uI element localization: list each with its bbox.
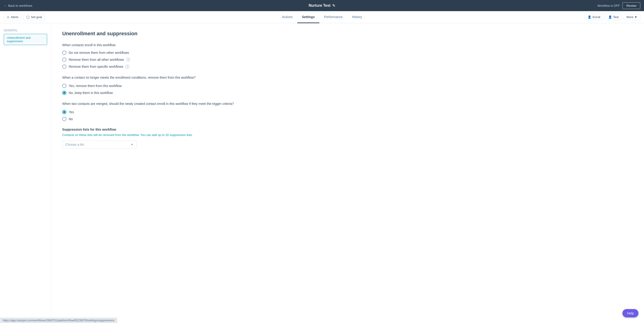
workflow-title-container: Nurture Test ✎ [309, 3, 336, 8]
second-nav-left: ⚠ Alerts ◯ Set goal [4, 14, 45, 20]
help-button[interactable]: Help [622, 309, 638, 318]
suppression-title: Suppression lists for this workflow [62, 128, 249, 131]
radio-no-keep-input[interactable] [62, 91, 66, 95]
radio-yes-remove-label: Yes, remove them from this workflow [69, 84, 122, 88]
edit-title-icon[interactable]: ✎ [332, 3, 335, 8]
enroll-icon: 👤 [588, 15, 591, 19]
radio-yes-merged-label: Yes [69, 110, 74, 114]
radio-no-keep-label: No, keep them in this workflow [69, 91, 113, 95]
chevron-down-icon: ▼ [131, 143, 134, 146]
sidebar-section-label: General [4, 29, 47, 32]
tab-performance[interactable]: Performance [320, 11, 347, 23]
status-bar: https://app.hubspot.com/workflows/266075… [0, 318, 117, 323]
tab-history-label: History [352, 15, 362, 19]
back-arrow-icon: ← [4, 4, 7, 7]
radio-remove-specific-label: Remove them from specific workflows [69, 65, 123, 68]
set-goal-button[interactable]: ◯ Set goal [23, 14, 45, 20]
sidebar-item-unenrollment[interactable]: Unenrollment and suppression [4, 34, 47, 45]
radio-yes-remove[interactable]: Yes, remove them from this workflow [62, 84, 249, 88]
test-label: Test [613, 15, 619, 19]
more-button[interactable]: More ▼ [624, 14, 640, 20]
alerts-button[interactable]: ⚠ Alerts [4, 14, 21, 20]
sidebar: General Unenrollment and suppression [0, 23, 51, 323]
tab-history[interactable]: History [347, 11, 367, 23]
test-button[interactable]: 👤 Test [605, 14, 622, 20]
page-title: Unenrollment and suppression [62, 31, 249, 37]
radio-group-merged: Yes No [62, 110, 249, 121]
test-icon: 👤 [608, 15, 612, 19]
tab-actions[interactable]: Actions [278, 11, 298, 23]
radio-do-not-remove-input[interactable] [62, 50, 66, 55]
tab-settings[interactable]: Settings [297, 11, 319, 23]
radio-no-merged-label: No [69, 117, 73, 121]
radio-remove-all[interactable]: Remove them from all other workflows i [62, 57, 249, 62]
tabs-container: Actions Settings Performance History [278, 11, 367, 23]
set-goal-label: Set goal [31, 15, 42, 19]
radio-group-unenrollment: Yes, remove them from this workflow No, … [62, 84, 249, 95]
radio-do-not-remove[interactable]: Do not remove them from other workflows [62, 50, 249, 55]
radio-no-merged[interactable]: No [62, 117, 249, 121]
main-content: General Unenrollment and suppression Une… [0, 23, 644, 323]
more-label: More [626, 15, 634, 19]
choose-list-placeholder: Choose a list [65, 143, 84, 146]
review-button[interactable]: Review [622, 2, 640, 9]
section1-label: When contacts enroll in this workflow [62, 43, 249, 47]
chevron-down-icon: ▼ [634, 15, 637, 19]
radio-yes-merged[interactable]: Yes [62, 110, 249, 114]
nav-right: Workflow is OFF Review [598, 2, 640, 9]
radio-do-not-remove-label: Do not remove them from other workflows [69, 51, 129, 54]
goal-icon: ◯ [26, 15, 30, 19]
tab-actions-label: Actions [282, 15, 293, 19]
second-nav-right: 👤 Enroll 👤 Test More ▼ [584, 14, 640, 20]
section3-question: When two contacts are merged, should the… [62, 101, 249, 106]
info-icon-remove-specific[interactable]: i [126, 65, 129, 68]
section2-question: When a contact no longer meets the enrol… [62, 75, 249, 80]
tab-performance-label: Performance [324, 15, 343, 19]
enroll-button[interactable]: 👤 Enroll [584, 14, 603, 20]
content-area: Unenrollment and suppression When contac… [51, 23, 260, 323]
top-nav: ← Back to workflows Nurture Test ✎ Workf… [0, 0, 644, 11]
suppression-desc: Contacts on these lists will be removed … [62, 133, 249, 137]
radio-yes-merged-input[interactable] [62, 110, 66, 114]
info-icon-remove-all[interactable]: i [126, 58, 130, 61]
workflow-title: Nurture Test [309, 3, 330, 8]
tab-settings-label: Settings [302, 15, 314, 19]
radio-no-merged-input[interactable] [62, 117, 66, 121]
radio-remove-specific-input[interactable] [62, 64, 66, 69]
radio-yes-remove-input[interactable] [62, 84, 66, 88]
back-to-workflows-link[interactable]: ← Back to workflows [4, 4, 32, 7]
alerts-label: Alerts [11, 15, 18, 19]
choose-list-select[interactable]: Choose a list ▼ [62, 141, 136, 148]
radio-remove-specific[interactable]: Remove them from specific workflows i [62, 64, 249, 69]
radio-remove-all-input[interactable] [62, 57, 66, 62]
sidebar-item-label: Unenrollment and suppression [7, 36, 31, 43]
enroll-label: Enroll [592, 15, 600, 19]
back-label: Back to workflows [8, 4, 32, 7]
second-nav: ⚠ Alerts ◯ Set goal Actions Settings Per… [0, 11, 644, 23]
radio-group-enrollment: Do not remove them from other workflows … [62, 50, 249, 69]
radio-no-keep[interactable]: No, keep them in this workflow [62, 91, 249, 95]
alert-icon: ⚠ [7, 15, 10, 19]
radio-remove-all-label: Remove them from all other workflows [69, 58, 124, 61]
workflow-status: Workflow is OFF [598, 4, 620, 7]
